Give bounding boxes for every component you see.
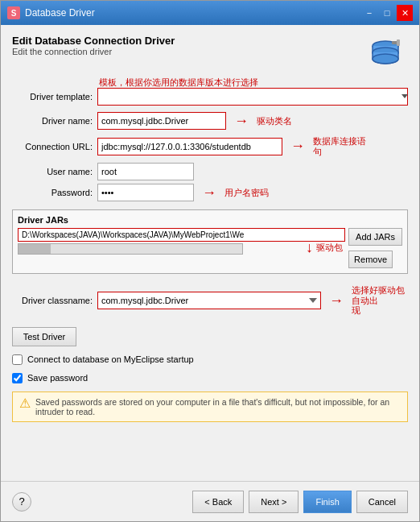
jar-path-display: D:\Workspaces(JAVA)\Workspaces(JAVA)\MyW…	[18, 228, 345, 242]
warning-text: Saved passwords are stored on your compu…	[35, 397, 401, 416]
maximize-button[interactable]: □	[379, 5, 395, 21]
title-controls: − □ ✕	[361, 5, 413, 21]
database-icon	[366, 38, 405, 77]
db-icon-wrapper	[363, 35, 408, 80]
driver-jars-section: Driver JARs D:\Workspaces(JAVA)\Workspac…	[12, 209, 408, 274]
connection-url-annotation: 数据库连接语句	[313, 136, 366, 156]
password-label: Password:	[12, 188, 93, 197]
title-bar-left: S Database Driver	[7, 6, 95, 19]
remove-jar-button[interactable]: Remove	[348, 251, 393, 268]
warning-icon: ⚠	[19, 396, 31, 411]
cancel-button[interactable]: Cancel	[356, 491, 408, 513]
connection-url-input[interactable]	[97, 138, 282, 155]
connection-url-section: Connection URL: → 数据库连接语句	[12, 136, 408, 156]
warning-box: ⚠ Saved passwords are stored on your com…	[12, 392, 408, 422]
back-button[interactable]: < Back	[192, 491, 244, 513]
username-label: User name:	[12, 167, 93, 176]
classname-arrow: →	[329, 292, 344, 309]
minimize-button[interactable]: −	[361, 5, 377, 21]
connection-url-label: Connection URL:	[12, 142, 93, 151]
main-content: Edit Database Connection Driver Edit the…	[1, 25, 419, 481]
classname-section: Driver classname: com.mysql.jdbc.Driver …	[12, 282, 408, 316]
title-bar: S Database Driver − □ ✕	[1, 1, 419, 25]
save-password-checkbox[interactable]	[12, 373, 23, 383]
connect-startup-label: Connect to database on MyEclipse startup	[27, 354, 194, 364]
svg-point-2	[373, 54, 398, 64]
jar-scrollbar-thumb	[19, 244, 51, 254]
driver-name-annotation: 驱动类名	[257, 115, 292, 127]
driver-name-input[interactable]	[97, 112, 226, 130]
close-button[interactable]: ✕	[397, 5, 413, 21]
save-password-label: Save password	[27, 373, 88, 383]
bottom-bar: ? < Back Next > Finish Cancel	[1, 481, 419, 521]
classname-select[interactable]: com.mysql.jdbc.Driver	[97, 292, 321, 309]
driver-template-label: Driver template:	[12, 92, 93, 102]
driver-name-section: Driver name: → 驱动类名	[12, 112, 408, 130]
credentials-arrow: →	[202, 184, 216, 201]
svg-rect-4	[397, 39, 400, 46]
credentials-section: User name: Password: → 用户名密码	[12, 163, 408, 201]
app-icon: S	[7, 6, 20, 19]
driver-name-label: Driver name:	[12, 116, 93, 126]
dialog-header: Edit Database Connection Driver Edit the…	[12, 35, 408, 80]
password-input[interactable]	[97, 184, 194, 201]
connection-url-row: Connection URL: → 数据库连接语句	[12, 136, 408, 156]
jar-annotation: 驱动包	[316, 242, 343, 254]
bottom-left: ?	[12, 492, 31, 512]
classname-annotation: 选择好驱动包自动出现	[352, 285, 408, 316]
jar-scrollbar[interactable]	[18, 243, 243, 255]
username-input[interactable]	[97, 163, 194, 180]
connection-url-arrow: →	[290, 138, 305, 155]
next-button[interactable]: Next >	[249, 491, 299, 513]
classname-label: Driver classname:	[12, 296, 93, 305]
driver-template-input[interactable]	[97, 88, 408, 106]
classname-row: Driver classname: com.mysql.jdbc.Driver …	[12, 285, 408, 316]
save-password-row: Save password	[12, 373, 408, 383]
test-driver-wrapper: Test Driver	[12, 324, 408, 346]
finish-button[interactable]: Finish	[303, 491, 351, 513]
connect-startup-row: Connect to database on MyEclipse startup	[12, 354, 408, 365]
dropdown-arrow-icon	[398, 88, 411, 106]
test-driver-button[interactable]: Test Driver	[12, 327, 76, 346]
driver-name-arrow: →	[234, 113, 249, 130]
username-row: User name:	[12, 163, 408, 180]
dialog-title: Edit Database Connection Driver	[12, 35, 363, 47]
driver-name-row: Driver name: → 驱动类名	[12, 112, 408, 130]
window-title: Database Driver	[25, 7, 95, 19]
jars-buttons: Add JARs Remove	[348, 228, 402, 268]
connect-startup-checkbox[interactable]	[12, 354, 23, 365]
credentials-annotation: 用户名密码	[224, 187, 269, 199]
jar-annotation-wrapper: ↓ 驱动包	[306, 239, 343, 256]
dialog-subtitle: Edit the connection driver	[12, 47, 363, 56]
password-row: Password: → 用户名密码	[12, 184, 408, 201]
driver-jars-label: Driver JARs	[18, 215, 402, 225]
jars-area: D:\Workspaces(JAVA)\Workspaces(JAVA)\MyW…	[18, 228, 402, 268]
add-jars-button[interactable]: Add JARs	[348, 228, 402, 246]
driver-template-row: Driver template:	[12, 88, 408, 106]
bottom-right: < Back Next > Finish Cancel	[192, 491, 408, 513]
help-button[interactable]: ?	[12, 492, 31, 512]
template-annotation: 模板，根据你选用的数据库版本进行选择	[99, 77, 258, 89]
driver-template-section: Driver template: 模板，根据你选用的数据库版本进行选择	[12, 88, 408, 106]
window: S Database Driver − □ ✕ Edit Database Co…	[0, 0, 420, 522]
